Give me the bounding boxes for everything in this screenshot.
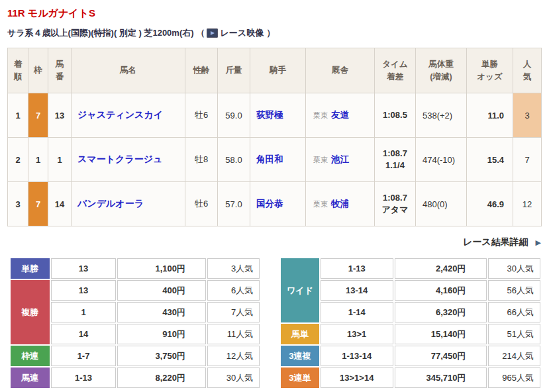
column-header: 厩舎	[306, 48, 375, 93]
payout-popularity: 7人気	[207, 302, 260, 322]
payout-row: 3連複1-13-1477,450円214人気	[281, 346, 540, 366]
payout-row: 単勝131,100円3人気	[11, 258, 260, 279]
stable-link[interactable]: 友道	[331, 110, 349, 120]
race-video-link[interactable]: レース映像	[205, 27, 264, 39]
payout-amount: 15,140円	[395, 324, 487, 344]
payout-row: 枠連1-73,750円12人気	[11, 346, 260, 366]
horse-weight: 538(+2)	[416, 93, 467, 138]
payout-combination: 13	[51, 258, 117, 279]
payout-amount: 910円	[117, 324, 206, 344]
jockey-link[interactable]: 角田和	[256, 154, 283, 164]
race-video-label: レース映像	[221, 27, 264, 39]
jockey-cell: 荻野極	[250, 93, 306, 138]
payout-combination: 1-13	[51, 368, 117, 388]
column-header: 馬名	[72, 48, 185, 93]
stable-cell: 栗東友道	[306, 93, 375, 138]
horse-number: 1	[48, 138, 72, 182]
column-header: 性齢	[185, 48, 218, 93]
payout-row: 1-146,320円66人気	[281, 302, 540, 322]
horse-name-link[interactable]: スマートクラージュ	[77, 154, 162, 164]
horse-name-link[interactable]: バンデルオーラ	[77, 198, 144, 209]
jockey-link[interactable]: 荻野極	[256, 110, 283, 120]
race-conditions-text: サラ系４歳以上(国際)(特指)( 別定 ) 芝1200m(右)	[7, 27, 194, 39]
payout-amount: 4,160円	[395, 280, 487, 301]
column-header: 馬体重 (増減)	[416, 48, 467, 93]
column-header: 騎手	[250, 48, 306, 93]
time-margin-cell: 1:08.5	[375, 93, 416, 138]
popularity: 3	[513, 93, 542, 138]
payout-amount: 77,450円	[395, 346, 487, 366]
payout-combination: 13>1	[321, 324, 393, 344]
carried-weight: 57.0	[218, 182, 250, 226]
payout-popularity: 214人気	[488, 346, 540, 366]
bet-type-label: 馬単	[281, 324, 319, 344]
bet-type-label: 馬連	[11, 368, 50, 388]
margin: 1.1/4	[375, 160, 415, 172]
bracket-number: 7	[28, 182, 48, 226]
stable-link[interactable]: 牧浦	[331, 199, 349, 209]
race-details-linkbar: レース結果詳細 ▶	[7, 236, 541, 248]
payout-amount: 430円	[117, 302, 206, 322]
payout-amount: 400円	[117, 280, 206, 301]
payout-popularity: 30人気	[207, 368, 260, 388]
payout-popularity: 3人気	[207, 258, 260, 279]
paren-close: ）	[266, 27, 275, 39]
payout-popularity: 12人気	[207, 346, 260, 366]
horse-number: 13	[48, 93, 72, 138]
win-odds: 15.4	[467, 138, 513, 182]
bet-type-label: 3連複	[281, 346, 319, 366]
column-header: 斤量	[218, 48, 250, 93]
finish-position: 1	[8, 93, 28, 138]
horse-name-cell: スマートクラージュ	[72, 138, 185, 182]
jockey-cell: 角田和	[250, 138, 306, 182]
stable-cell: 栗東池江	[306, 138, 375, 182]
jockey-link[interactable]: 国分恭	[256, 199, 283, 209]
stable-region: 栗東	[313, 156, 328, 164]
finish-position: 2	[8, 138, 28, 182]
payout-popularity: 66人気	[488, 302, 540, 322]
results-body: 1713ジャスティンスカイ牡659.0荻野極栗東友道1:08.5538(+2)1…	[8, 93, 542, 226]
carried-weight: 59.0	[218, 93, 250, 138]
bet-type-label: 複勝	[11, 280, 50, 344]
finish-time: 1:08.5	[375, 109, 415, 121]
payout-row: 馬連1-138,220円30人気	[11, 368, 260, 388]
payout-combination: 1-13	[321, 258, 393, 279]
payout-combination: 13	[51, 280, 117, 301]
column-header: 着 順	[8, 48, 28, 93]
horse-name-link[interactable]: ジャスティンスカイ	[77, 109, 163, 120]
payout-combination: 1-14	[321, 302, 393, 322]
carried-weight: 58.0	[218, 138, 250, 182]
table-row: 1713ジャスティンスカイ牡659.0荻野極栗東友道1:08.5538(+2)1…	[8, 93, 542, 138]
chevron-right-icon: ▶	[536, 238, 541, 246]
time-margin-cell: 1:08.7アタマ	[375, 182, 416, 226]
horse-name-cell: ジャスティンスカイ	[72, 93, 185, 138]
payout-row: 3連単13>1>14345,710円965人気	[281, 368, 540, 388]
payout-combination: 1	[51, 302, 117, 322]
payout-combination: 1-13-14	[321, 346, 393, 366]
payout-row: 13-144,160円56人気	[281, 280, 540, 301]
race-results-table: 着 順枠馬 番馬名性齢斤量騎手厩舎タイム 着差馬体重 (増減)単勝 オッズ人 気…	[7, 48, 542, 226]
payout-table-left: 単勝131,100円3人気複勝13400円6人気1430円7人気14910円11…	[9, 257, 261, 389]
sex-age: 牡8	[185, 138, 218, 182]
horse-name-cell: バンデルオーラ	[72, 182, 185, 226]
bet-type-label: ワイド	[281, 258, 319, 322]
stable-region: 栗東	[313, 111, 328, 119]
finish-time: 1:08.7	[375, 192, 415, 204]
payout-row: 複勝13400円6人気	[11, 280, 260, 301]
payout-popularity: 30人気	[488, 258, 540, 279]
table-row: 3714バンデルオーラ牡657.0国分恭栗東牧浦1:08.7アタマ480(0)4…	[8, 182, 542, 226]
payout-amount: 8,220円	[117, 368, 206, 388]
margin: アタマ	[375, 204, 415, 216]
finish-time: 1:08.7	[375, 148, 415, 160]
page-title: 11R モルガナイトS	[7, 7, 542, 20]
payouts-section: 単勝131,100円3人気複勝13400円6人気1430円7人気14910円11…	[9, 257, 542, 389]
bracket-number: 7	[28, 93, 48, 138]
finish-position: 3	[8, 182, 28, 226]
popularity: 12	[513, 182, 542, 226]
race-details-link[interactable]: レース結果詳細	[463, 236, 528, 247]
stable-cell: 栗東牧浦	[306, 182, 375, 226]
paren-open: （	[197, 27, 205, 39]
stable-link[interactable]: 池江	[331, 154, 349, 164]
payout-combination: 13-14	[321, 280, 393, 301]
bracket-number: 1	[28, 138, 48, 182]
